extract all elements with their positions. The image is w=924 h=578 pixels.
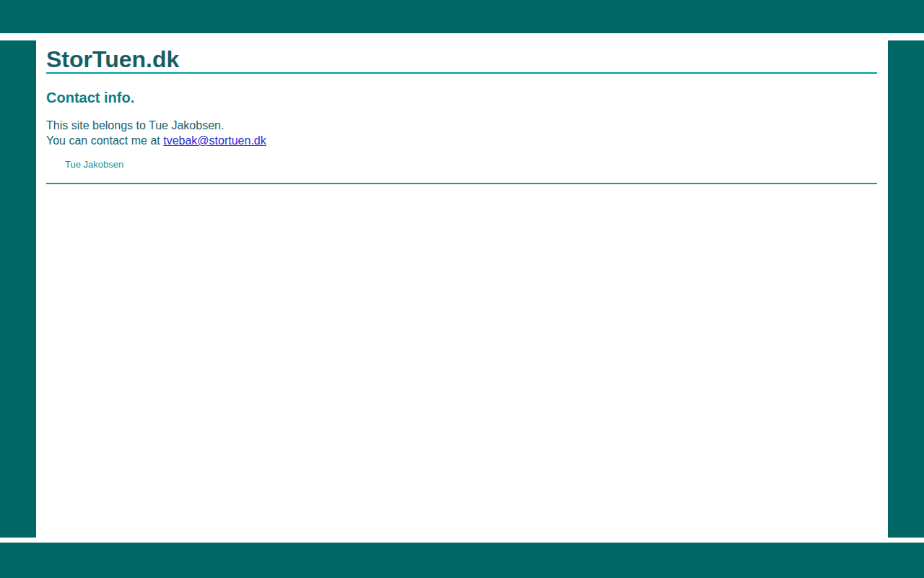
contact-line-prefix: You can contact me at [46,134,163,147]
email-link[interactable]: tvebak@stortuen.dk [163,134,266,147]
contact-info-heading: Contact info. [46,90,878,105]
left-sidebar [0,40,36,538]
header-bar [0,0,924,33]
title-divider [46,72,877,74]
bottom-divider [46,183,877,184]
footer-bar [0,543,924,578]
signature: Tue Jakobsen [65,160,878,170]
content-area: StorTuen.dk Contact info. This site belo… [36,40,888,538]
owner-line: This site belongs to Tue Jakobsen. [46,119,224,131]
contact-paragraph: This site belongs to Tue Jakobsen. You c… [46,118,878,148]
page-title: StorTuen.dk [46,48,878,71]
right-sidebar [888,40,924,538]
